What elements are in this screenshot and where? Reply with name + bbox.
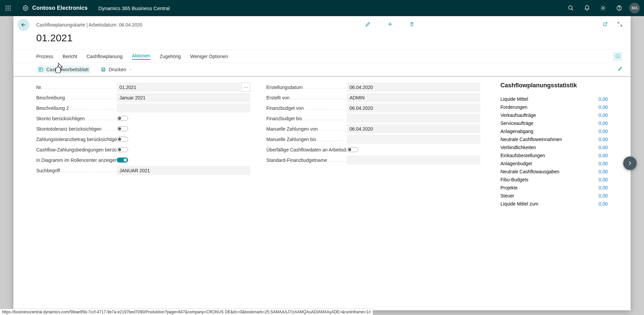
form-field: Überfällige Cashflowdaten an Arbeitsd... <box>266 144 480 155</box>
toggle[interactable] <box>117 137 128 142</box>
stat-value[interactable]: 0,00 <box>599 145 608 150</box>
stat-value[interactable]: 0,00 <box>599 137 608 142</box>
nav-tab[interactable]: Cashflowplanung <box>87 54 122 59</box>
app-name[interactable]: Dynamics 365 Business Central <box>94 5 174 11</box>
field-label: Beschreibung 2 <box>36 105 117 111</box>
new-icon[interactable] <box>387 21 393 29</box>
form-field: Manuelle Zahlungen von <box>266 124 480 134</box>
print-button[interactable]: Drucken <box>99 65 134 74</box>
text-input[interactable] <box>347 135 480 144</box>
svg-point-1 <box>8 6 9 7</box>
status-bar-url: https://businesscentral.dynamics.com/5fe… <box>0 309 373 315</box>
stat-value[interactable]: 0,00 <box>599 153 608 158</box>
back-button[interactable] <box>17 19 30 31</box>
stat-row: Einkaufsbestellungen0,00 <box>500 151 608 160</box>
stat-label: Einkaufsbestellungen <box>500 153 545 158</box>
text-input[interactable] <box>347 124 480 133</box>
form-field: Nr.⋯ <box>36 82 250 92</box>
field-label: Überfällige Cashflowdaten an Arbeitsd... <box>266 147 347 152</box>
svg-line-18 <box>618 22 620 24</box>
field-label: Manuelle Zahlungen bis <box>266 137 347 142</box>
svg-point-3 <box>6 8 7 9</box>
field-label: Erstellt von <box>266 95 347 100</box>
lookup-button[interactable]: ⋯ <box>241 83 250 92</box>
svg-point-4 <box>8 8 9 9</box>
avatar[interactable]: MA <box>629 3 640 13</box>
text-input[interactable] <box>117 93 250 102</box>
svg-point-12 <box>602 7 604 9</box>
stat-row: Fibu-Budgets0,00 <box>500 176 608 184</box>
gear-icon[interactable] <box>595 0 611 16</box>
bell-icon[interactable] <box>579 0 595 16</box>
stat-label: Projekte <box>500 185 518 190</box>
nav-tab[interactable]: Weniger Optionen <box>190 54 228 59</box>
toggle[interactable] <box>117 158 128 163</box>
ribbon-label: Drucken <box>109 67 126 72</box>
stat-value[interactable]: 0,00 <box>599 129 608 134</box>
action-ribbon: Cashfloworbeitsblatt Drucken <box>13 62 631 77</box>
form-body: Nr.⋯BeschreibungBeschreibung 2Skonto ber… <box>13 77 631 208</box>
toggle[interactable] <box>117 116 128 121</box>
stat-value[interactable]: 0,00 <box>599 193 608 198</box>
field-label: Suchbegriff <box>36 168 117 173</box>
stat-value[interactable]: 0,00 <box>599 104 608 110</box>
stat-value[interactable]: 0,00 <box>599 113 608 118</box>
edit-icon[interactable] <box>365 21 371 29</box>
stat-label: Neutrale Cashflowausgaben <box>500 169 559 174</box>
delete-icon[interactable] <box>409 21 415 29</box>
text-input[interactable] <box>117 103 250 113</box>
stat-value[interactable]: 0,00 <box>599 96 608 102</box>
text-input[interactable] <box>117 166 250 175</box>
search-icon[interactable] <box>563 0 579 16</box>
stat-row: Verbindlichkeiten0,00 <box>500 143 608 151</box>
text-input[interactable] <box>117 83 240 92</box>
stat-row: Anlagenabgang0,00 <box>500 127 608 135</box>
nav-tab[interactable]: Aktionen <box>132 53 150 60</box>
pin-icon[interactable] <box>617 66 623 73</box>
stat-value[interactable]: 0,00 <box>599 185 608 190</box>
stats-panel: Cashflowplanungsstatistik Liquide Mittel… <box>500 82 608 208</box>
svg-point-0 <box>6 6 7 7</box>
stat-value[interactable]: 0,00 <box>599 161 608 166</box>
field-label: Zahlungstoleranzbetrag berücksichtigen <box>36 137 117 142</box>
stat-value[interactable]: 0,00 <box>599 169 608 174</box>
cashflow-worksheet-button[interactable]: Cashfloworbeitsblatt <box>36 65 91 74</box>
text-input[interactable] <box>347 83 480 92</box>
form-field: Beschreibung 2 <box>36 103 250 113</box>
collapse-icon[interactable] <box>617 21 623 28</box>
toggle[interactable] <box>117 147 128 152</box>
text-input[interactable] <box>347 114 480 123</box>
popout-icon[interactable] <box>602 21 608 28</box>
ribbon-label: Cashfloworbeitsblatt <box>46 67 89 72</box>
nav-tab[interactable]: Bericht <box>63 54 77 59</box>
stat-label: Neutrale Cashfloweinnahmen <box>500 137 562 142</box>
svg-point-5 <box>10 8 11 9</box>
stat-row: Serviceaufträge0,00 <box>500 119 608 127</box>
text-input[interactable] <box>347 103 480 113</box>
nav-tab[interactable]: Zugehörig <box>160 54 181 59</box>
app-launcher-icon[interactable] <box>0 0 16 16</box>
next-record-button[interactable] <box>623 156 637 170</box>
svg-rect-20 <box>39 68 43 71</box>
text-input[interactable] <box>347 155 480 165</box>
company-name: Contoso Electronics <box>32 5 88 11</box>
stat-row: Projekte0,00 <box>500 184 608 192</box>
company-logo[interactable]: Contoso Electronics <box>16 5 94 11</box>
toggle[interactable] <box>117 126 128 131</box>
nav-tab[interactable]: Prozess <box>36 54 53 59</box>
text-input[interactable] <box>347 93 480 102</box>
stat-value[interactable]: 0,00 <box>599 177 608 182</box>
toggle[interactable] <box>347 147 358 152</box>
stat-row: Steuer0,00 <box>500 192 608 200</box>
stat-label: Anlagenbudget <box>500 161 532 166</box>
form-field: Cashflow-Zahlungsbedingungen berüc... <box>36 144 250 155</box>
help-icon[interactable] <box>611 0 627 16</box>
info-icon[interactable]: ⓘ <box>613 52 623 61</box>
svg-point-14 <box>619 9 620 9</box>
chevron-down-icon <box>129 68 132 71</box>
stat-value[interactable]: 0,00 <box>599 201 608 207</box>
stat-value[interactable]: 0,00 <box>599 121 608 126</box>
stat-label: Forderungen <box>500 104 527 110</box>
field-label: Cashflow-Zahlungsbedingungen berüc... <box>36 147 117 152</box>
stat-label: Liquide Mittel zum <box>500 201 538 207</box>
